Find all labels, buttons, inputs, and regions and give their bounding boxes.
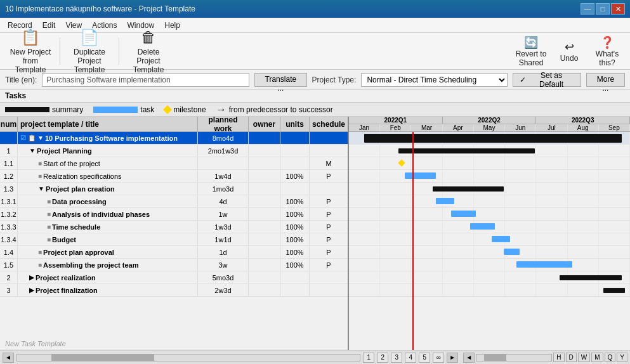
expand-icon[interactable]: ▶ — [29, 287, 34, 294]
gantt-view-w[interactable]: W — [578, 353, 590, 362]
gantt-row — [349, 221, 630, 233]
milestone-icon — [163, 105, 172, 114]
set-default-button[interactable]: ✓ Set as Default — [513, 73, 581, 87]
milestone-bar — [398, 159, 405, 166]
delete-project-button[interactable]: 🗑 Delete Project Template — [123, 35, 174, 68]
close-button[interactable]: ✕ — [611, 3, 625, 15]
table-row[interactable]: 1.3.4 ■ Budget 1w1d 100% P — [0, 233, 348, 246]
project-type-label: Project Type: — [312, 75, 357, 84]
gantt-header-months: JanFebMarAprMayJunJulAugSep — [349, 124, 630, 132]
cell-owner — [249, 221, 280, 233]
toolbar-sep-1 — [60, 37, 60, 65]
expand-icon[interactable]: ▼ — [29, 147, 36, 154]
menu-help[interactable]: Help — [159, 20, 185, 31]
revert-button[interactable]: 🔄 Revert to Shared — [513, 35, 549, 68]
table-row[interactable]: 1.5 ■ Assembling the project team 3w 100… — [0, 259, 348, 271]
legend-arrow: → from predecessor to successor — [216, 104, 333, 115]
table-row[interactable]: 2 ▶ Project realization 5mo3d — [0, 271, 348, 284]
tasks-section: Tasks — [0, 90, 630, 103]
table-row[interactable]: 1.3.1 ■ Data processing 4d 100% P — [0, 195, 348, 208]
cell-units: 100% — [280, 170, 310, 182]
new-project-button[interactable]: 📋 New Project from Template — [5, 35, 56, 68]
minimize-button[interactable]: — — [581, 3, 594, 15]
gantt-scroll-left-btn[interactable]: ◄ — [463, 353, 475, 363]
scroll-right-btn[interactable]: ► — [447, 353, 458, 363]
col-schedule-header: schedule — [310, 117, 348, 131]
cell-units: 100% — [280, 221, 310, 233]
table-row[interactable]: ☑📋 ▼ 10 Purchasing Software implementati… — [0, 132, 348, 145]
gantt-view-y[interactable]: Y — [617, 353, 627, 362]
page-5-btn[interactable]: 5 — [419, 353, 430, 363]
cell-title: ■ Budget — [18, 233, 198, 245]
new-task-row[interactable]: New Task Template — [0, 337, 348, 350]
cell-work: 5mo3d — [198, 271, 249, 283]
page-1-btn[interactable]: 1 — [363, 353, 374, 363]
cell-schedule: P — [310, 170, 348, 182]
cell-units: 100% — [280, 208, 310, 220]
menu-edit[interactable]: Edit — [37, 20, 61, 31]
undo-button[interactable]: ↩ Undo — [551, 35, 587, 68]
month-label: Sep — [599, 124, 630, 131]
gantt-view-q[interactable]: Q — [605, 353, 616, 362]
duplicate-icon: 📄 — [80, 29, 99, 46]
expand-icon[interactable]: ▶ — [29, 274, 34, 281]
page-inf-btn[interactable]: ∞ — [433, 353, 444, 363]
cell-schedule — [310, 284, 348, 296]
table-row[interactable]: 1.4 ■ Project plan approval 1d 100% P — [0, 246, 348, 259]
table-row[interactable]: 1.2 ■ Realization specifications 1w4d 10… — [0, 170, 348, 183]
title-input[interactable] — [42, 73, 249, 87]
revert-icon: 🔄 — [524, 36, 538, 49]
cell-owner — [249, 132, 280, 144]
cell-num: 1.5 — [0, 259, 18, 271]
table-row[interactable]: 1.3.2 ■ Analysis of individual phases 1w… — [0, 208, 348, 221]
scrollbar-track-left[interactable] — [16, 354, 360, 361]
cell-owner — [249, 157, 280, 169]
project-type-select[interactable]: Normal - Direct Time Scheduling — [361, 73, 508, 87]
page-2-btn[interactable]: 2 — [377, 353, 388, 363]
table-row[interactable]: 1.1 ■ Start of the project M — [0, 157, 348, 170]
cell-units: 100% — [280, 246, 310, 258]
gantt-bar — [504, 249, 519, 255]
help-icon: ❓ — [600, 36, 614, 49]
gantt-bar — [436, 198, 454, 204]
scrollbar-thumb-left[interactable] — [51, 354, 154, 361]
page-4-btn[interactable]: 4 — [405, 353, 416, 363]
scrollbar-track-right[interactable] — [476, 354, 552, 361]
expand-icon[interactable]: ▼ — [38, 185, 44, 192]
gantt-view-m[interactable]: M — [591, 353, 603, 362]
whats-this-button[interactable]: ❓ What's this? — [589, 35, 625, 68]
cell-owner — [249, 233, 280, 245]
cell-work: 1w — [198, 208, 249, 220]
cell-num: 1.3.4 — [0, 233, 18, 245]
table-row[interactable]: 1 ▼ Project Planning 2mo1w3d — [0, 145, 348, 157]
cell-owner — [249, 183, 280, 195]
cell-work: 1w1d — [198, 233, 249, 245]
cell-num: 1.2 — [0, 170, 18, 182]
cell-num: 1.3.1 — [0, 195, 18, 207]
cell-units — [280, 284, 310, 296]
cell-work: 2mo1w3d — [198, 145, 249, 157]
cell-title: ▼ Project Planning — [18, 145, 198, 157]
page-3-btn[interactable]: 3 — [391, 353, 402, 363]
cell-title: ■ Analysis of individual phases — [18, 208, 198, 220]
table-row[interactable]: 1.3.3 ■ Time schedule 1w3d 100% P — [0, 221, 348, 233]
cell-num — [0, 132, 18, 144]
table-row[interactable]: 1.3 ▼ Project plan creation 1mo3d — [0, 183, 348, 195]
cell-owner — [249, 195, 280, 207]
scrollbar-thumb-right[interactable] — [484, 354, 506, 361]
gantt-row — [349, 183, 630, 195]
cell-title: ■ Start of the project — [18, 157, 198, 169]
duplicate-project-button[interactable]: 📄 Duplicate Project Template — [64, 35, 115, 68]
month-label: Jul — [536, 124, 567, 131]
gantt-view-h[interactable]: H — [553, 353, 564, 362]
scroll-left-btn[interactable]: ◄ — [3, 353, 14, 363]
translate-button[interactable]: Translate ... — [254, 73, 306, 87]
toolbar-sep-2 — [119, 37, 119, 65]
expand-icon[interactable]: ▼ — [37, 134, 44, 141]
more-button[interactable]: More ... — [586, 73, 625, 87]
gantt-row — [349, 208, 630, 221]
gantt-row — [349, 246, 630, 259]
gantt-view-d[interactable]: D — [566, 353, 577, 362]
maximize-button[interactable]: □ — [596, 3, 610, 15]
table-row[interactable]: 3 ▶ Project finalization 2w3d — [0, 284, 348, 297]
